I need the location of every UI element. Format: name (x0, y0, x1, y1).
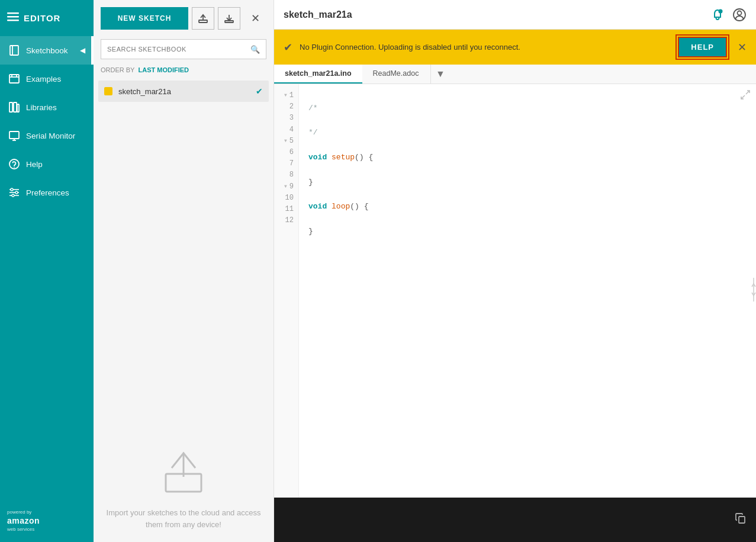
svg-rect-12 (9, 132, 19, 139)
svg-line-34 (746, 91, 749, 94)
help-button[interactable]: HELP (678, 37, 727, 57)
menu-icon (7, 11, 19, 25)
search-input[interactable] (107, 46, 246, 53)
line-numbers: ▼1 2 3 4 ▼5 6 7 8 ▼9 10 11 12 (274, 84, 299, 498)
sketch-verified-icon: ✔ (256, 86, 263, 96)
line-num-9: ▼9 (279, 181, 294, 193)
line-num-3: 3 (279, 113, 294, 124)
topbar-icons (711, 8, 747, 22)
sidebar-item-examples-label: Examples (26, 75, 61, 84)
new-sketch-button[interactable]: NEW SKETCH (101, 7, 188, 30)
svg-point-31 (719, 9, 723, 13)
sketchbook-icon (8, 44, 20, 56)
serial-monitor-icon (8, 130, 20, 142)
sketch-item[interactable]: sketch_mar21a ✔ (98, 81, 269, 102)
line-num-8: 8 (279, 169, 294, 181)
sketch-list: sketch_mar21a ✔ (94, 78, 274, 421)
import-description: Import your sketches to the cloud and ac… (105, 507, 262, 530)
search-icon: 🔍 (250, 45, 260, 54)
editor-topbar: sketch_mar21a (274, 0, 756, 30)
user-profile-icon[interactable] (732, 8, 747, 22)
svg-line-35 (741, 95, 745, 99)
svg-point-33 (738, 11, 742, 15)
sidebar-item-help[interactable]: Help (0, 150, 94, 178)
tab-dropdown-button[interactable]: ▼ (430, 65, 449, 84)
notification-text: No Plugin Connection. Uploading is disab… (300, 43, 520, 52)
line-num-4: 4 (279, 124, 294, 136)
sidebar-item-preferences-label: Preferences (26, 188, 69, 197)
sketch-title: sketch_mar21a (284, 9, 352, 20)
sidebar: EDITOR Sketchbook ◀ (0, 0, 94, 542)
svg-rect-0 (7, 12, 19, 14)
line-num-10: 10 (279, 193, 294, 204)
verify-button[interactable]: ✔ (284, 41, 292, 54)
sidebar-item-sketchbook-label: Sketchbook (26, 46, 68, 55)
svg-rect-2 (7, 20, 19, 21)
import-button[interactable] (218, 7, 240, 30)
resize-handle[interactable] (751, 278, 756, 304)
line-num-1: ▼1 (279, 90, 294, 101)
line-num-11: 11 (279, 204, 294, 215)
line-num-5: ▼5 (279, 136, 294, 147)
line-num-12: 12 (279, 215, 294, 226)
tab-ino[interactable]: sketch_mar21a.ino (274, 65, 362, 84)
line-num-6: 6 (279, 147, 294, 158)
line-num-7: 7 (279, 158, 294, 169)
sidebar-item-serial-monitor-label: Serial Monitor (26, 132, 75, 140)
sidebar-item-help-label: Help (26, 160, 43, 169)
order-by-value[interactable]: LAST MODIFIED (138, 66, 189, 73)
notification-right: HELP ✕ (678, 37, 747, 57)
sidebar-item-examples[interactable]: Examples (0, 65, 94, 93)
editor-tabs: sketch_mar21a.ino ReadMe.adoc ▼ (274, 65, 756, 84)
svg-point-23 (12, 194, 14, 197)
upload-sketch-button[interactable] (192, 7, 214, 30)
notification-left: ✔ No Plugin Connection. Uploading is dis… (284, 41, 520, 54)
notification-close-button[interactable]: ✕ (738, 41, 747, 54)
svg-rect-10 (14, 102, 17, 112)
sidebar-active-indicator: ◀ (80, 46, 85, 54)
preferences-icon (8, 187, 20, 198)
help-icon (8, 158, 20, 170)
svg-rect-3 (10, 46, 18, 55)
code-editor[interactable]: ▼1 2 3 4 ▼5 6 7 8 ▼9 10 11 12 /* */ void… (274, 84, 756, 498)
svg-point-17 (14, 167, 15, 168)
libraries-icon (8, 101, 20, 113)
editor-area: sketch_mar21a ✔ No Plu (274, 0, 756, 542)
notification-bell-icon[interactable] (711, 8, 724, 21)
svg-rect-1 (7, 16, 19, 18)
order-by-label: ORDER BY (101, 66, 134, 73)
expand-editor-button[interactable] (739, 89, 751, 103)
sidebar-nav: Sketchbook ◀ Examples (0, 36, 94, 500)
svg-point-22 (15, 191, 18, 194)
notification-banner: ✔ No Plugin Connection. Uploading is dis… (274, 30, 756, 65)
sidebar-item-serial-monitor[interactable]: Serial Monitor (0, 121, 94, 150)
sketchbook-panel: NEW SKETCH ✕ 🔍 ORDER BY LAST MODIFIED (94, 0, 274, 542)
search-bar: 🔍 (101, 39, 266, 59)
order-by-bar: ORDER BY LAST MODIFIED (94, 64, 274, 78)
aws-logo-section: powered by amazon web services (0, 500, 94, 542)
brand-sub-text: web services (7, 527, 40, 533)
sidebar-item-libraries[interactable]: Libraries (0, 93, 94, 121)
sketchbook-toolbar: NEW SKETCH ✕ (94, 0, 274, 37)
editor-header[interactable]: EDITOR (0, 0, 94, 36)
examples-icon (8, 73, 20, 85)
line-num-2: 2 (279, 101, 294, 113)
svg-point-21 (11, 188, 13, 191)
import-icon-wrap (157, 444, 210, 498)
import-icon (157, 444, 210, 498)
sketch-name: sketch_mar21a (118, 87, 250, 96)
tab-readme[interactable]: ReadMe.adoc (362, 65, 430, 84)
editor-label: EDITOR (24, 13, 60, 23)
brand-text: amazon (7, 515, 40, 526)
sidebar-item-libraries-label: Libraries (26, 103, 57, 112)
close-panel-button[interactable]: ✕ (244, 7, 266, 30)
copy-icon[interactable] (735, 512, 747, 527)
sketch-color-dot (104, 87, 112, 95)
sidebar-item-sketchbook[interactable]: Sketchbook ◀ (0, 36, 94, 65)
bottom-bar (274, 498, 756, 542)
svg-rect-5 (9, 75, 19, 83)
code-content[interactable]: /* */ void setup() { } void loop() { } (299, 84, 756, 498)
import-area: Import your sketches to the cloud and ac… (94, 421, 274, 542)
sidebar-item-preferences[interactable]: Preferences (0, 178, 94, 207)
powered-by-text: powered by (7, 509, 40, 515)
